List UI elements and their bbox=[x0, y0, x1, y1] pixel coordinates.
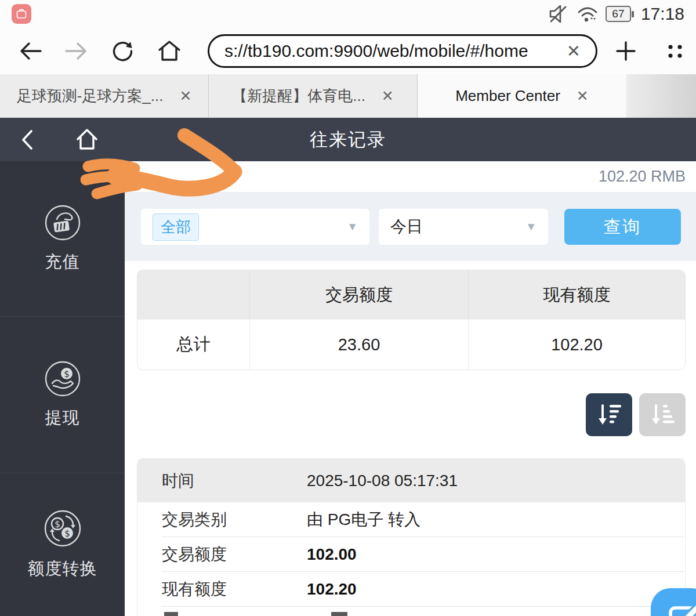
tab-label: 【新提醒】体育电... bbox=[232, 86, 365, 106]
huawei-appgallery-icon[interactable] bbox=[12, 4, 31, 24]
tab-label: Member Center bbox=[455, 87, 560, 105]
url-bar[interactable]: s://tb190.com:9900/web/mobile/#/home ✕ bbox=[208, 34, 597, 68]
summary-total-row: 总计 23.60 102.20 bbox=[137, 320, 685, 369]
tab-sports-notice[interactable]: 【新提醒】体育电... ✕ bbox=[209, 74, 418, 118]
battery-level: 67 bbox=[612, 8, 624, 20]
sidebar-item-label: 额度转换 bbox=[28, 557, 97, 581]
record-label: 现有额度 bbox=[137, 578, 307, 600]
sort-descending-button[interactable] bbox=[586, 393, 632, 436]
refresh-button[interactable] bbox=[100, 39, 146, 63]
category-selected-chip[interactable]: 全部 bbox=[153, 213, 199, 241]
home-icon bbox=[157, 39, 182, 63]
tab-strip: 足球预测-足球方案_... ✕ 【新提醒】体育电... ✕ Member Cen… bbox=[0, 74, 696, 118]
svg-text:$: $ bbox=[64, 528, 70, 539]
record-category-value: 由 PG电子 转入 bbox=[307, 509, 420, 531]
tab-member-center[interactable]: Member Center ✕ bbox=[418, 74, 626, 118]
page-home-button[interactable] bbox=[73, 125, 101, 153]
summary-table: 交易额度 现有额度 总计 23.60 102.20 bbox=[137, 270, 686, 370]
battery-indicator: 67 bbox=[606, 6, 631, 22]
sort-ascending-button[interactable] bbox=[639, 393, 686, 436]
clock: 17:18 bbox=[641, 4, 684, 24]
tab-strip-filler bbox=[626, 74, 696, 118]
query-button[interactable]: 查询 bbox=[564, 209, 681, 245]
back-button[interactable] bbox=[7, 40, 53, 62]
sidebar-item-withdraw[interactable]: $ 提现 bbox=[0, 316, 125, 473]
total-balance-value: 102.20 bbox=[468, 320, 685, 369]
page-title: 往来记录 bbox=[0, 128, 696, 152]
refresh-icon bbox=[111, 39, 135, 63]
sort-ascending-icon bbox=[648, 401, 676, 429]
arrow-left-icon bbox=[17, 40, 43, 62]
page: 67 17:18 bbox=[0, 0, 696, 616]
url-clear-icon[interactable]: ✕ bbox=[567, 41, 581, 61]
browser-home-button[interactable] bbox=[146, 39, 193, 63]
record-amount-row: 交易额度 102.00 bbox=[137, 537, 685, 571]
chevron-down-icon: ▼ bbox=[525, 220, 536, 233]
currency-exchange-icon: $ $ bbox=[43, 509, 82, 548]
sidebar-item-recharge[interactable]: 充值 bbox=[0, 161, 125, 316]
summary-header-row: 交易额度 现有额度 bbox=[137, 270, 685, 320]
service-edit-fab[interactable] bbox=[651, 588, 696, 616]
page-header: 往来记录 bbox=[0, 118, 696, 161]
date-selected-value: 今日 bbox=[390, 216, 423, 238]
chevron-down-icon: ▼ bbox=[347, 220, 358, 233]
total-label: 总计 bbox=[137, 320, 249, 369]
tab-football-prediction[interactable]: 足球预测-足球方案_... ✕ bbox=[0, 74, 209, 118]
sidebar: 充值 $ 提现 $ $ bbox=[0, 161, 125, 616]
sidebar-item-quota-convert[interactable]: $ $ 额度转换 bbox=[0, 473, 125, 616]
record-label: 交易类别 bbox=[137, 509, 307, 531]
summary-header-balance: 现有额度 bbox=[468, 270, 685, 320]
record-amount-value: 102.00 bbox=[307, 545, 357, 564]
recharge-hand-card-icon bbox=[44, 204, 81, 241]
filter-bar: 全部 ▼ 今日 ▼ 查询 bbox=[125, 193, 696, 261]
browser-toolbar: s://tb190.com:9900/web/mobile/#/home ✕ bbox=[0, 28, 696, 74]
tab-close-icon[interactable]: ✕ bbox=[179, 88, 191, 104]
tab-close-icon[interactable]: ✕ bbox=[382, 88, 394, 104]
svg-text:$: $ bbox=[55, 519, 60, 530]
tabs-menu-button[interactable] bbox=[664, 39, 687, 63]
status-bar: 67 17:18 bbox=[0, 0, 696, 28]
record-label: 交易额度 bbox=[137, 543, 307, 566]
wifi-icon bbox=[576, 3, 599, 24]
tab-close-icon[interactable]: ✕ bbox=[577, 88, 589, 104]
total-transaction-value: 23.60 bbox=[249, 320, 468, 369]
date-select[interactable]: 今日 ▼ bbox=[379, 209, 548, 245]
record-balance-value: 102.20 bbox=[307, 580, 357, 599]
record-balance-row: 现有额度 102.20 bbox=[137, 572, 685, 606]
main-content: 102.20 RMB 全部 ▼ 今日 ▼ 查询 交易额度 现有额度 bbox=[125, 161, 696, 616]
sidebar-item-label: 充值 bbox=[45, 251, 80, 274]
partial-next-row bbox=[137, 607, 685, 616]
record-time-row: 时间 2025-10-08 05:17:31 bbox=[137, 459, 685, 502]
record-label: 时间 bbox=[137, 470, 307, 492]
edit-note-icon bbox=[651, 588, 696, 616]
sidebar-item-label: 提现 bbox=[45, 407, 80, 430]
appgallery-bag-icon bbox=[16, 8, 27, 20]
clipped-text-fragment bbox=[331, 612, 347, 616]
svg-text:$: $ bbox=[64, 369, 70, 379]
new-tab-button[interactable] bbox=[615, 40, 637, 62]
balance-amount: 102.20 RMB bbox=[599, 168, 686, 186]
url-text[interactable]: s://tb190.com:9900/web/mobile/#/home bbox=[224, 41, 562, 61]
page-back-button[interactable] bbox=[19, 128, 36, 151]
category-select[interactable]: 全部 ▼ bbox=[141, 209, 369, 245]
mute-icon bbox=[548, 3, 570, 25]
withdraw-hand-coin-icon: $ bbox=[44, 360, 81, 397]
sort-descending-icon bbox=[595, 401, 623, 429]
summary-header-empty bbox=[137, 270, 249, 320]
record-time-value: 2025-10-08 05:17:31 bbox=[307, 472, 458, 490]
summary-header-transaction: 交易额度 bbox=[249, 270, 468, 320]
record-category-row: 交易类别 由 PG电子 转入 bbox=[137, 502, 685, 537]
clipped-text-fragment bbox=[164, 612, 178, 616]
balance-bar: 102.20 RMB bbox=[125, 161, 696, 193]
forward-button[interactable] bbox=[53, 40, 100, 62]
arrow-right-icon bbox=[64, 40, 89, 62]
tab-label: 足球预测-足球方案_... bbox=[17, 86, 164, 106]
transaction-record-card: 时间 2025-10-08 05:17:31 交易类别 由 PG电子 转入 交易… bbox=[137, 458, 686, 616]
